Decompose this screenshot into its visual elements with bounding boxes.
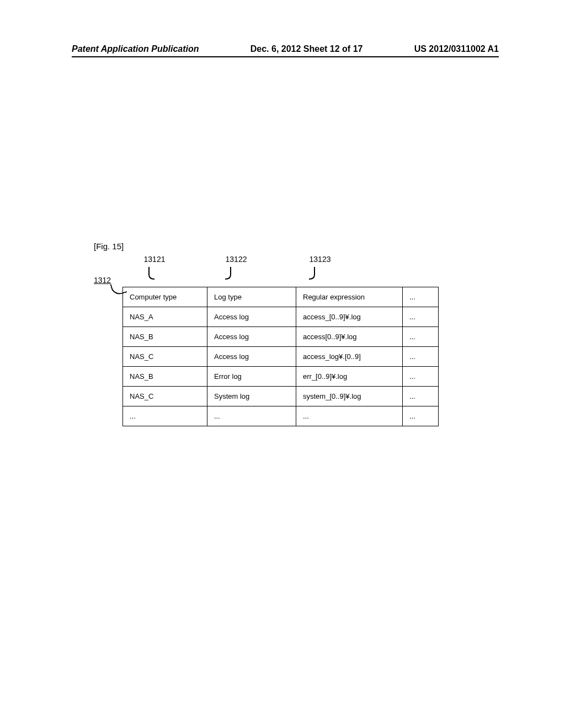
table-header: ... — [403, 287, 439, 307]
table-cell: ... — [123, 406, 207, 426]
table-header-row: Computer type Log type Regular expressio… — [123, 287, 439, 307]
log-type-table: Computer type Log type Regular expressio… — [122, 287, 439, 426]
table-cell: system_[0..9]¥.log — [296, 387, 403, 406]
table-cell: access_log¥.[0..9] — [296, 347, 403, 367]
figure-label: [Fig. 15] — [94, 242, 124, 251]
table-cell: ... — [403, 387, 439, 406]
table-cell: ... — [403, 367, 439, 387]
table-row: NAS_B Error log err_[0..9]¥.log ... — [123, 367, 439, 387]
table-cell: ... — [403, 347, 439, 367]
table-cell: Access log — [207, 327, 296, 347]
table-cell: ... — [403, 307, 439, 327]
table-cell: ... — [207, 406, 296, 426]
table-row: NAS_B Access log access[0..9]¥.log ... — [123, 327, 439, 347]
leader-hook-icon — [141, 266, 157, 281]
table-header: Log type — [207, 287, 296, 307]
leader-hook-icon — [307, 266, 322, 281]
leader-hook-icon — [223, 266, 238, 281]
table-cell: NAS_C — [123, 387, 207, 406]
table-header: Regular expression — [296, 287, 403, 307]
table-cell: NAS_A — [123, 307, 207, 327]
page-header: Patent Application Publication Dec. 6, 2… — [72, 44, 499, 57]
table-cell: ... — [296, 406, 403, 426]
table-cell: err_[0..9]¥.log — [296, 367, 403, 387]
table-row: NAS_C Access log access_log¥.[0..9] ... — [123, 347, 439, 367]
header-right: US 2012/0311002 A1 — [414, 44, 499, 54]
column-reference-3: 13123 — [298, 255, 342, 264]
table-row: ... ... ... ... — [123, 406, 439, 426]
header-left: Patent Application Publication — [72, 44, 199, 54]
table-cell: access_[0..9]¥.log — [296, 307, 403, 327]
table-cell: ... — [403, 327, 439, 347]
header-center: Dec. 6, 2012 Sheet 12 of 17 — [250, 44, 363, 54]
column-reference-1: 13121 — [132, 255, 177, 264]
table-cell: ... — [403, 406, 439, 426]
table-cell: NAS_C — [123, 347, 207, 367]
table-cell: NAS_B — [123, 327, 207, 347]
table-row: NAS_A Access log access_[0..9]¥.log ... — [123, 307, 439, 327]
table-header: Computer type — [123, 287, 207, 307]
table-cell: Access log — [207, 347, 296, 367]
table-reference-number: 1312 — [94, 276, 111, 285]
table-cell: Access log — [207, 307, 296, 327]
column-reference-2: 13122 — [214, 255, 258, 264]
table-cell: NAS_B — [123, 367, 207, 387]
table-cell: access[0..9]¥.log — [296, 327, 403, 347]
table-row: NAS_C System log system_[0..9]¥.log ... — [123, 387, 439, 406]
table-cell: Error log — [207, 367, 296, 387]
table-cell: System log — [207, 387, 296, 406]
